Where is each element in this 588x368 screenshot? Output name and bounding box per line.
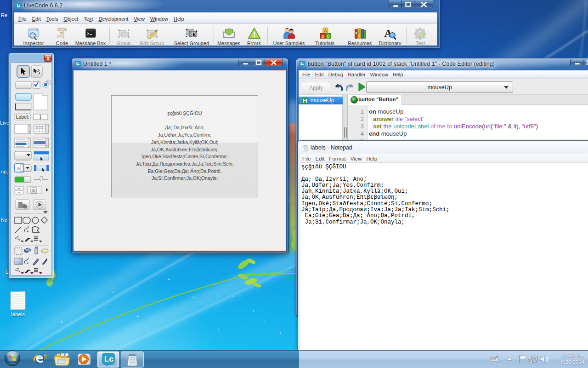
svg-text:A: A xyxy=(324,29,327,33)
svg-text:B: B xyxy=(321,34,324,39)
svg-text:Lc: Lc xyxy=(104,355,113,363)
svg-text:Label:: Label: xyxy=(16,114,29,120)
svg-text:C: C xyxy=(327,34,330,39)
svg-text:a: a xyxy=(17,166,20,171)
